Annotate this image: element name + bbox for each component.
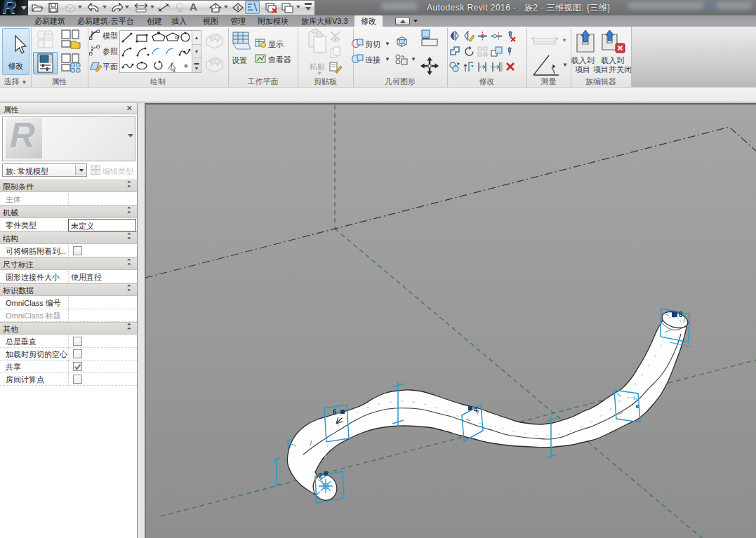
- svg-text:2: 2: [319, 472, 323, 480]
- svg-text:8: 8: [679, 311, 683, 318]
- svg-text:6: 6: [333, 408, 337, 416]
- svg-text:4: 4: [474, 406, 478, 414]
